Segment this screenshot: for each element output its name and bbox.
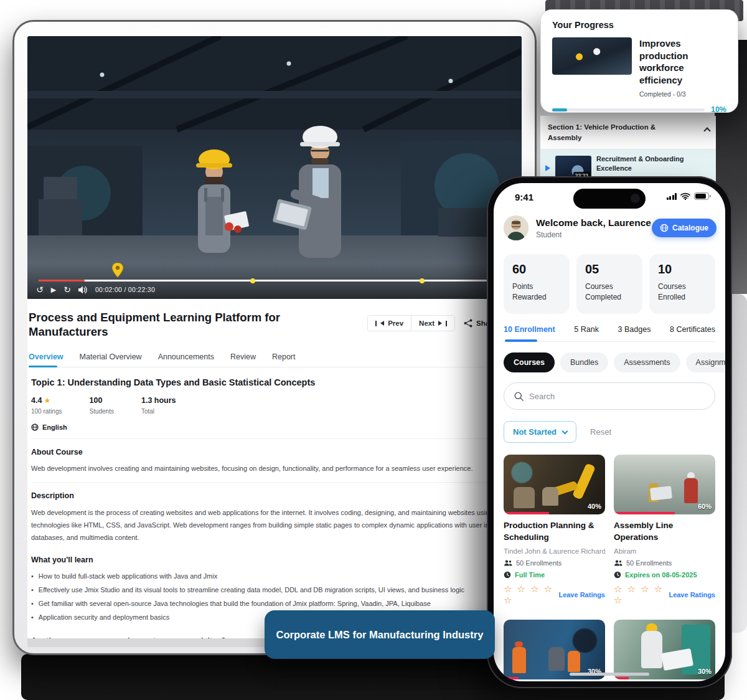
avatar[interactable] — [504, 215, 529, 240]
course-card[interactable]: 40% Production Planning & Scheduling Tin… — [504, 455, 605, 606]
prev-button[interactable]: Prev — [368, 316, 411, 331]
leave-ratings-link[interactable]: Leave Ratings — [669, 591, 715, 598]
progress-course-title: Improves production workforce efficiency — [639, 37, 726, 86]
search-icon — [514, 392, 524, 401]
description-text: Web development is the process of creati… — [31, 506, 487, 544]
next-label: Next — [419, 319, 435, 327]
hours-stat: 1.3 hours Total — [141, 396, 176, 415]
about-text: Web development involves creating and ma… — [31, 463, 487, 475]
globe-icon — [31, 423, 39, 431]
learn-heading: What you'll learn — [31, 556, 487, 564]
next-button[interactable]: Next — [411, 316, 454, 331]
tab-report[interactable]: Report — [272, 352, 296, 361]
forward-icon[interactable]: ↻ — [63, 285, 71, 294]
course-progress-bar — [504, 677, 519, 679]
students-sub: Students — [89, 408, 113, 415]
rating-value: 4.4 — [31, 396, 42, 405]
description-line: databases, and multimedia content. — [31, 531, 487, 544]
video-progress-track[interactable] — [39, 280, 512, 281]
tablet-screen: ↺ ▶ ↻ 00:02:00 / 00:22:30 HD Process and… — [27, 36, 522, 639]
status-filter-label: Not Started — [513, 427, 557, 437]
language-label: English — [42, 423, 67, 431]
topic-title: Topic 1: Understanding Data Types and Ba… — [31, 377, 487, 387]
stat-completed: 05 Courses Completed — [576, 254, 642, 314]
play-icon[interactable] — [545, 165, 550, 171]
rating-stars[interactable]: ☆ ☆ ☆ ☆ ☆ — [504, 584, 554, 606]
progress-course-thumbnail — [552, 37, 632, 75]
battery-icon — [694, 192, 709, 200]
volume-icon[interactable] — [78, 286, 88, 294]
tab-review[interactable]: Review — [230, 352, 256, 361]
share-icon — [464, 319, 472, 328]
chevron-down-icon — [562, 428, 568, 434]
course-card[interactable]: 60% Assembly Line Operations Abiram 50 E… — [614, 455, 715, 606]
hours-sub: Total — [141, 408, 176, 415]
reset-button[interactable]: Reset — [590, 427, 611, 437]
course-grid: 40% Production Planning & Scheduling Tin… — [504, 455, 715, 681]
course-instructor: Abiram — [614, 547, 715, 555]
course-instructor: Tindel John & Laurence Richard — [504, 547, 605, 555]
rating-stars[interactable]: ☆ ☆ ☆ ☆ ☆ — [614, 584, 664, 606]
progress-bar-track — [552, 108, 705, 111]
course-progress-bar — [614, 677, 629, 679]
rating-stat: 4.4 ★ 100 ratings — [31, 396, 62, 415]
course-image: 30% — [614, 620, 715, 679]
catalogue-button[interactable]: Catalogue — [652, 219, 716, 237]
course-enrollments: 50 Enrollments — [516, 559, 561, 567]
tab-material-overview[interactable]: Material Overview — [80, 352, 142, 361]
tab-enrollment[interactable]: 10 Enrollment — [504, 325, 555, 334]
course-tabs: Overview Material Overview Announcements… — [29, 352, 487, 367]
pill-assessments[interactable]: Assessments — [614, 352, 680, 372]
tab-certificates[interactable]: 8 Certificates — [670, 325, 715, 334]
about-heading: About Course — [31, 448, 487, 456]
course-title: Process and Equipment Learning Platform … — [29, 310, 290, 339]
video-player[interactable]: ↺ ▶ ↻ 00:02:00 / 00:22:30 HD — [27, 36, 522, 299]
progress-percent: 10% — [711, 105, 726, 114]
home-indicator[interactable] — [570, 673, 649, 676]
leave-ratings-link[interactable]: Leave Ratings — [558, 591, 605, 598]
course-status: Expires on 08-05-2025 — [625, 571, 697, 579]
divider — [31, 482, 487, 483]
signal-icon — [667, 193, 677, 200]
search-input[interactable] — [529, 392, 679, 401]
pill-bundles[interactable]: Bundles — [560, 352, 608, 372]
replay-icon[interactable]: ↺ — [36, 285, 44, 294]
search-box[interactable] — [504, 382, 715, 410]
star-icon: ★ — [44, 396, 50, 405]
learn-item: Get familiar with several open-source Ja… — [39, 597, 431, 610]
pill-courses[interactable]: Courses — [504, 352, 555, 372]
factory-video-scene — [27, 36, 522, 299]
lesson-title: Recruitment & Onboarding Excellence — [596, 154, 711, 174]
students-value: 100 — [89, 396, 113, 405]
status-filter-dropdown[interactable]: Not Started — [504, 421, 576, 443]
description-line: technologies like HTML, CSS, and JavaScr… — [31, 519, 487, 531]
hours-value: 1.3 hours — [141, 396, 176, 405]
filter-row: Not Started Reset — [504, 421, 611, 443]
course-sections-panel: Section 1: Vehicle Production & Assembly… — [540, 116, 716, 183]
tab-announcements[interactable]: Announcements — [158, 352, 214, 361]
course-enrollments: 50 Enrollments — [626, 559, 672, 567]
topic-stats: 4.4 ★ 100 ratings 100 Students 1.3 hours… — [31, 396, 487, 415]
next-triangle-icon — [438, 321, 442, 326]
pill-assignments[interactable]: Assignments — [686, 352, 725, 372]
phone-device: 9:41 — [487, 176, 732, 688]
tab-overview[interactable]: Overview — [29, 352, 63, 361]
play-icon[interactable]: ▶ — [51, 286, 56, 293]
course-image: 60% — [614, 455, 715, 514]
stat-value: 10 — [658, 262, 707, 277]
tab-rank[interactable]: 5 Rank — [574, 325, 599, 334]
corporate-lms-banner: Corporate LMS for Manufacturing Industry — [265, 610, 495, 659]
video-playhead-pin-icon[interactable] — [112, 263, 123, 278]
stat-enrolled: 10 Courses Enrolled — [649, 254, 715, 314]
course-progress-label: 30% — [698, 668, 712, 675]
course-card-title: Assembly Line Operations — [614, 520, 715, 544]
progress-card-title: Your Progress — [552, 20, 726, 30]
course-progress-label: 40% — [588, 503, 601, 510]
course-image: 30% — [504, 620, 605, 679]
stat-value: 60 — [512, 262, 561, 277]
globe-icon — [660, 224, 669, 232]
chevron-up-icon[interactable] — [703, 127, 710, 134]
rating-sub: 100 ratings — [31, 408, 62, 415]
stat-label: Courses Enrolled — [658, 281, 707, 303]
tab-badges[interactable]: 3 Badges — [618, 325, 651, 334]
